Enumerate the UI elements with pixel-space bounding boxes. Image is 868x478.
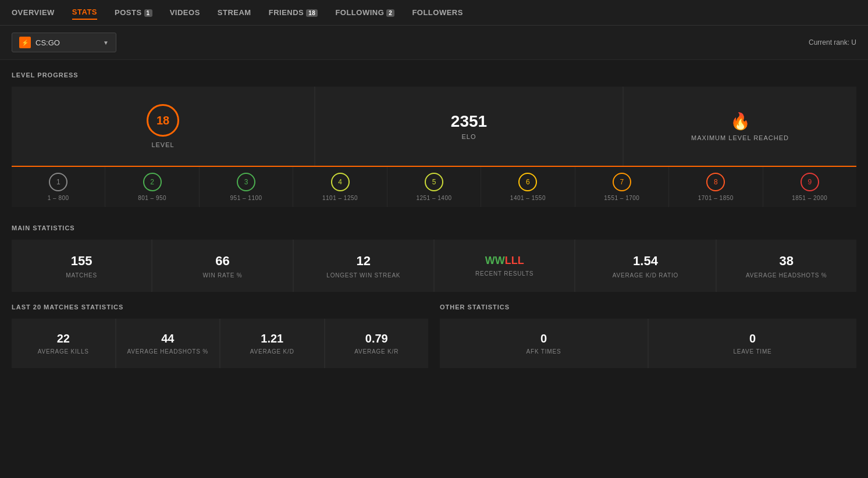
max-level-label: MAXIMUM LEVEL REACHED — [691, 134, 789, 141]
last20-section: LAST 20 MATCHES STATISTICS 22 AVERAGE KI… — [12, 304, 428, 368]
stat-label: LONGEST WIN STREAK — [326, 272, 400, 279]
nav-following[interactable]: FOLLOWING2 — [335, 6, 394, 19]
stat-card: 38 AVERAGE HEADSHOTS % — [717, 240, 856, 292]
stat-value: 66 — [215, 254, 229, 269]
segment-range: 1701 – 1850 — [698, 195, 734, 201]
nav-friends[interactable]: FRIENDS18 — [269, 6, 318, 19]
progress-bar-row: 1 1 – 800 2 801 – 950 3 951 – 1100 4 110… — [12, 166, 856, 207]
other-stat-value: 0 — [749, 332, 756, 345]
nav-videos[interactable]: VIDEOS — [170, 6, 200, 19]
segment-circle: 9 — [801, 173, 819, 191]
main-statistics-section: MAIN STATISTICS 155 MATCHES 66 WIN RATE … — [0, 213, 868, 298]
nav-followers[interactable]: FOLLOWERS — [412, 6, 463, 19]
segment-range: 1401 – 1550 — [510, 195, 546, 201]
last20-stat-card: 22 AVERAGE KILLS — [12, 319, 115, 368]
segment-range: 801 – 950 — [138, 195, 166, 201]
other-stat-label: AFK TIMES — [527, 348, 561, 355]
stat-card: 12 LONGEST WIN STREAK — [294, 240, 433, 292]
elo-card: 2351 ELO — [315, 87, 622, 166]
segment-circle: 3 — [237, 173, 255, 191]
other-stats-title: OTHER STATISTICS — [440, 304, 856, 311]
stat-label: WIN RATE % — [203, 272, 243, 279]
segment-range: 1101 – 1250 — [322, 195, 358, 201]
elo-value: 2351 — [451, 112, 487, 131]
last20-stat-card: 0.79 AVERAGE K/R — [325, 319, 429, 368]
top-navigation: OVERVIEW STATS POSTS1 VIDEOS STREAM FRIE… — [0, 0, 868, 26]
progress-segment: 5 1251 – 1400 — [387, 167, 481, 207]
progress-segment: 6 1401 – 1550 — [481, 167, 575, 207]
game-selector[interactable]: ⚡ CS:GO ▼ — [12, 33, 116, 52]
bottom-stat-label: AVERAGE HEADSHOTS % — [127, 348, 209, 355]
bottom-stat-value: 1.21 — [261, 332, 283, 345]
stat-label: MATCHES — [66, 272, 97, 279]
other-stat-card: 0 AFK TIMES — [440, 319, 648, 368]
nav-stats[interactable]: STATS — [72, 5, 97, 20]
bottom-stat-label: AVERAGE KILLS — [38, 348, 89, 355]
progress-segment: 7 1551 – 1700 — [575, 167, 669, 207]
last20-stat-card: 1.21 AVERAGE K/D — [220, 319, 324, 368]
other-stat-label: LEAVE TIME — [734, 348, 772, 355]
stat-card: 155 MATCHES — [12, 240, 151, 292]
main-stats-grid: 155 MATCHES 66 WIN RATE % 12 LONGEST WIN… — [12, 240, 856, 292]
segment-range: 1 – 800 — [48, 195, 69, 201]
progress-segment: 3 951 – 1100 — [200, 167, 293, 207]
stat-card: 1.54 AVERAGE K/D RATIO — [575, 240, 715, 292]
segment-circle: 1 — [49, 173, 67, 191]
bottom-stat-label: AVERAGE K/R — [354, 348, 399, 355]
level-circle: 18 — [147, 104, 179, 137]
other-stat-value: 0 — [540, 332, 547, 345]
main-statistics-title: MAIN STATISTICS — [12, 224, 856, 231]
recent-results-value: WWLLL — [485, 255, 524, 267]
segment-circle: 8 — [706, 173, 725, 191]
game-icon: ⚡ — [19, 37, 31, 48]
stat-value: 1.54 — [633, 254, 658, 269]
stat-card: 66 WIN RATE % — [152, 240, 292, 292]
segment-circle: 4 — [331, 173, 350, 191]
last20-grid: 22 AVERAGE KILLS 44 AVERAGE HEADSHOTS % … — [12, 319, 428, 368]
toolbar: ⚡ CS:GO ▼ Current rank: U — [0, 26, 868, 60]
following-badge: 2 — [386, 9, 394, 17]
segment-range: 1251 – 1400 — [416, 195, 451, 201]
segment-circle: 7 — [613, 173, 631, 191]
bottom-stat-value: 22 — [57, 332, 70, 345]
progress-segment: 4 1101 – 1250 — [293, 167, 387, 207]
chevron-down-icon: ▼ — [103, 40, 109, 46]
stat-value: 155 — [71, 254, 93, 269]
stat-label: RECENT RESULTS — [475, 270, 533, 277]
progress-segment: 2 801 – 950 — [105, 167, 199, 207]
stat-card: WWLLL RECENT RESULTS — [435, 240, 574, 292]
segment-range: 1551 – 1700 — [604, 195, 639, 201]
level-card: 18 LEVEL — [12, 87, 314, 166]
current-rank: Current rank: U — [809, 38, 856, 47]
level-label: LEVEL — [151, 141, 174, 148]
stat-value: 38 — [780, 254, 794, 269]
progress-segment: 8 1701 – 1850 — [669, 167, 763, 207]
game-label: CS:GO — [35, 38, 98, 47]
progress-segment: 1 1 – 800 — [12, 167, 105, 207]
win-letters: WW — [485, 255, 505, 266]
loss-letters: LLL — [505, 255, 524, 266]
segment-range: 951 – 1100 — [230, 195, 262, 201]
level-progress-section: LEVEL PROGRESS 18 LEVEL 2351 ELO 🔥 MAXIM… — [0, 60, 868, 213]
progress-segment: 9 1851 – 2000 — [763, 167, 856, 207]
last20-title: LAST 20 MATCHES STATISTICS — [12, 304, 428, 311]
max-level-card: 🔥 MAXIMUM LEVEL REACHED — [624, 87, 856, 166]
other-stats-grid: 0 AFK TIMES 0 LEAVE TIME — [440, 319, 856, 368]
other-stat-card: 0 LEAVE TIME — [649, 319, 856, 368]
other-stats-section: OTHER STATISTICS 0 AFK TIMES 0 LEAVE TIM… — [440, 304, 856, 368]
stat-value: 12 — [357, 254, 371, 269]
nav-posts[interactable]: POSTS1 — [115, 6, 152, 19]
segment-circle: 6 — [518, 173, 537, 191]
bottom-stat-value: 44 — [161, 332, 174, 345]
stat-label: AVERAGE HEADSHOTS % — [746, 272, 827, 279]
segment-circle: 2 — [143, 173, 162, 191]
segment-range: 1851 – 2000 — [792, 195, 827, 201]
nav-overview[interactable]: OVERVIEW — [12, 6, 55, 19]
bottom-stat-value: 0.79 — [365, 332, 388, 345]
level-progress-grid: 18 LEVEL 2351 ELO 🔥 MAXIMUM LEVEL REACHE… — [12, 87, 856, 166]
last20-stat-card: 44 AVERAGE HEADSHOTS % — [116, 319, 220, 368]
bottom-stat-label: AVERAGE K/D — [250, 348, 294, 355]
segment-circle: 5 — [425, 173, 443, 191]
nav-stream[interactable]: STREAM — [218, 6, 251, 19]
fire-icon: 🔥 — [730, 112, 750, 131]
